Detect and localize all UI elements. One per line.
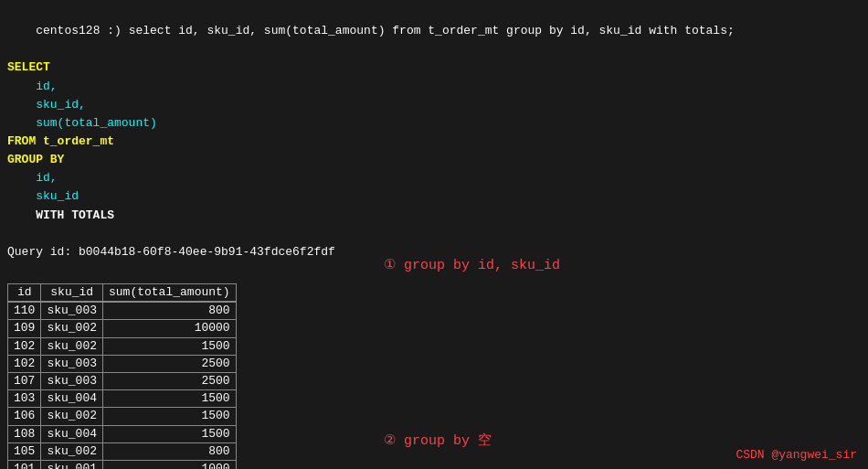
sql-from: FROM t_order_mt [7,133,861,151]
table-row: 107sku_0032500 [8,373,237,390]
table-row: 102sku_0021500 [8,337,237,355]
col-id-header: id [8,284,41,303]
sql-sku-id: sku_id, [7,96,861,114]
sql-id: id, [7,78,861,96]
table-row: 108sku_0041500 [8,425,237,442]
table-row: 105sku_002800 [8,442,237,460]
prompt-line: centos128 :) select id, sku_id, sum(tota… [7,4,861,59]
col-sum-header: sum(total_amount) [103,284,237,303]
table-row: 101sku_0011000 [8,460,237,469]
table-row: 103sku_0041500 [8,390,237,408]
table-row: 106sku_0021500 [8,408,237,425]
table-header-row: id sku_id sum(total_amount) [8,284,237,303]
sql-group-id: id, [7,169,861,187]
csdn-credit: CSDN @yangwei_sir [736,448,857,462]
table-row: 110sku_003800 [8,302,237,320]
sql-select: SELECT [7,59,861,77]
table-row: 109sku_00210000 [8,320,237,337]
table-row: 102sku_0032500 [8,355,237,372]
sql-group-sku: sku_id [7,187,861,206]
result-table: id sku_id sum(total_amount) 110sku_00380… [7,283,237,469]
sql-with-totals: WITH TOTALS [7,207,861,225]
prompt-text: centos128 :) select id, sku_id, sum(tota… [36,24,735,37]
annotation-group-by-id-sku: ① group by id, sku_id [384,256,560,273]
sql-sum: sum(total_amount) [7,114,861,133]
sql-group-by: GROUP BY [7,151,861,169]
terminal: centos128 :) select id, sku_id, sum(tota… [0,0,868,469]
col-sku-header: sku_id [41,284,103,303]
annotation-group-by-empty: ② group by 空 [384,432,492,449]
